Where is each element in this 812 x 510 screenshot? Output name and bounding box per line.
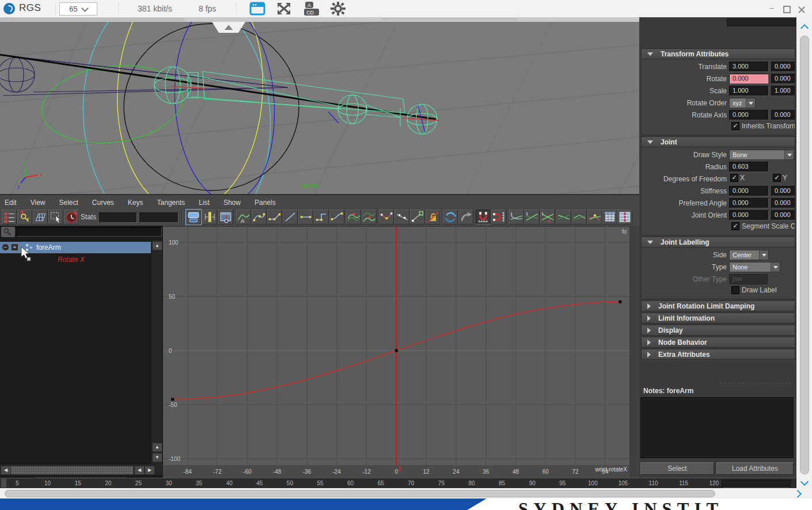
minimize-button[interactable]: – — [767, 3, 777, 13]
section-header-transform-attributes[interactable]: Transform Attributes — [641, 48, 795, 59]
pre-infinity-cycle-offset-icon[interactable]: 1 — [525, 210, 540, 224]
section-header-joint[interactable]: Joint — [641, 136, 795, 147]
scroll-right-icon[interactable]: ▶ — [145, 466, 155, 475]
attr-side-dropdown[interactable]: Center — [729, 250, 769, 260]
add-key-icon[interactable] — [17, 210, 32, 224]
section-header-joint-labelling[interactable]: Joint Labelling — [641, 237, 795, 248]
notes-textarea[interactable] — [640, 397, 794, 458]
settings-gear-icon[interactable] — [329, 1, 347, 17]
attr-draw-style-dropdown[interactable]: Bone — [729, 150, 794, 160]
remote-window-icon[interactable] — [249, 1, 266, 17]
hscroll-thumb[interactable] — [5, 490, 715, 497]
step-tangent-icon[interactable] — [314, 210, 329, 224]
attr-rotate-axis-field-2[interactable]: 0.000 — [771, 110, 795, 120]
section-header-extra-attributes[interactable]: Extra Attributes — [641, 349, 795, 360]
menu-curves[interactable]: Curves — [92, 199, 114, 207]
attr-rotate-order-dropdown[interactable]: xyz — [729, 98, 756, 108]
attr-degrees-of-freedom-x-checkbox-checked[interactable]: ✓ — [730, 174, 738, 182]
rgs-vertical-scrollbar[interactable] — [796, 17, 812, 488]
stats-field-1[interactable] — [99, 212, 137, 223]
dope-sheet-icon[interactable] — [617, 210, 632, 224]
stacked-curves-icon[interactable] — [458, 210, 473, 224]
spreadsheet-icon[interactable] — [602, 210, 617, 224]
timeline-sync-icon[interactable] — [443, 210, 458, 224]
keyboard-layout-icon[interactable]: ACD — [303, 1, 320, 17]
tree-attr-rotate-x[interactable]: Rotate X — [58, 256, 85, 264]
lock-tangent-weight-icon[interactable] — [426, 210, 441, 224]
scroll-left-icon[interactable]: ◀ — [134, 466, 145, 475]
notes-resize-grip[interactable] — [719, 382, 794, 385]
range-end-field[interactable] — [722, 479, 791, 488]
outliner-vscrollbar[interactable]: ▲ ▲ ▼ — [151, 240, 162, 465]
post-infinity-linear-icon[interactable] — [587, 210, 602, 224]
vscroll-thumb[interactable] — [800, 36, 809, 474]
attr-draw-label-checkbox-unchecked[interactable] — [731, 286, 739, 294]
current-frame-marker[interactable] — [1, 479, 6, 488]
scroll-up-icon[interactable] — [800, 24, 809, 32]
section-header-node-behavior[interactable]: Node Behavior — [641, 337, 795, 348]
outliner-search-input[interactable] — [17, 227, 162, 237]
value-snap-icon[interactable] — [491, 210, 506, 224]
menu-edit[interactable]: Edit — [5, 199, 17, 207]
curve-plot-area[interactable]: 100500-50-100fo — [163, 227, 629, 465]
perspective-viewport[interactable]: xyz persp — [0, 22, 639, 194]
post-infinity-cycle-icon[interactable] — [556, 210, 571, 224]
retime-tool-icon[interactable] — [64, 210, 79, 224]
attr-joint-orient-field-1[interactable]: 0.000 — [729, 210, 769, 220]
center-current-time-icon[interactable] — [202, 210, 217, 224]
attr-other-type-field[interactable]: jaw — [729, 274, 768, 284]
rgs-horizontal-scrollbar[interactable] — [0, 488, 812, 498]
outliner-hscrollbar[interactable]: ◀ ◀ ▶ — [0, 465, 163, 475]
menu-select[interactable]: Select — [59, 199, 78, 207]
stats-field-2[interactable] — [139, 212, 179, 223]
scroll-down-icon[interactable] — [800, 478, 809, 486]
attr-inherits-transform-checkbox-checked[interactable]: ✓ — [731, 122, 739, 130]
pre-infinity-oscillate-icon[interactable]: 14 — [540, 210, 555, 224]
clamped-tangent-icon[interactable] — [267, 210, 282, 224]
free-tangent-weight-icon[interactable] — [410, 210, 425, 224]
region-select-keys-icon[interactable] — [48, 210, 63, 224]
scroll-left-icon[interactable]: ◀ — [1, 466, 11, 475]
plateau-tangent-icon[interactable] — [329, 210, 344, 224]
spline-tangent-icon[interactable] — [252, 210, 267, 224]
expand-box-icon[interactable]: + — [11, 243, 18, 251]
attr-rotate-field-1[interactable]: 0.000 — [729, 74, 769, 84]
collapse-icon[interactable]: − — [2, 243, 9, 251]
menu-panels[interactable]: Panels — [255, 199, 276, 207]
break-tangents-icon[interactable] — [379, 210, 394, 224]
linear-tangent-icon[interactable] — [283, 210, 298, 224]
section-header-display[interactable]: Display — [641, 325, 795, 336]
post-infinity-cycle-offset-icon[interactable] — [572, 210, 587, 224]
attr-preferred-angle-field-1[interactable]: 0.000 — [729, 198, 769, 208]
menu-show[interactable]: Show — [223, 199, 241, 207]
frame-playback-range-icon[interactable] — [218, 210, 233, 224]
buffer-curve-swap-icon[interactable] — [362, 210, 377, 224]
time-slider[interactable]: 5101520253035404550556065707580859095100… — [0, 478, 796, 489]
auto-tangent-icon[interactable]: A — [236, 210, 251, 224]
load-attributes-button[interactable]: Load Attributes — [716, 462, 794, 475]
lattice-deform-keys-icon[interactable] — [33, 210, 48, 224]
frame-all-icon[interactable] — [186, 210, 201, 224]
attr-radius-field-1[interactable]: 0.603 — [729, 162, 769, 172]
pre-infinity-cycle-icon[interactable]: 1 — [509, 210, 524, 224]
scroll-up-icon[interactable]: ▲ — [152, 241, 162, 250]
attr-degrees-of-freedom-y-checkbox-checked[interactable]: ✓ — [773, 174, 781, 182]
section-header-limit-information[interactable]: Limit Information — [641, 313, 795, 323]
attr-segment-scale-comp-checkbox-checked[interactable]: ✓ — [731, 222, 739, 230]
section-header-joint-rotation-limit-damping[interactable]: Joint Rotation Limit Damping — [641, 300, 795, 311]
plot-vscrollbar[interactable] — [629, 227, 639, 479]
scroll-up-icon[interactable]: ▲ — [152, 443, 162, 452]
attr-rotate-axis-field-1[interactable]: 0.000 — [729, 110, 769, 120]
attr-scale-field-2[interactable]: 1.000 — [771, 86, 795, 96]
attr-rotate-field-2[interactable]: 0.000 — [771, 74, 795, 84]
scroll-down-icon[interactable]: ▼ — [152, 453, 162, 462]
hscroll-thumb[interactable] — [10, 466, 134, 475]
maximize-button[interactable] — [782, 3, 792, 13]
attr-translate-field-1[interactable]: 3.000 — [729, 62, 769, 72]
attr-preferred-angle-field-2[interactable]: 0.000 — [771, 198, 795, 208]
attr-joint-orient-field-2[interactable]: 0.000 — [771, 210, 795, 220]
unify-tangents-icon[interactable] — [394, 210, 409, 224]
attr-scale-field-1[interactable]: 1.000 — [729, 86, 769, 96]
buffer-curve-snapshot-icon[interactable] — [346, 210, 361, 224]
flat-tangent-icon[interactable] — [298, 210, 313, 224]
